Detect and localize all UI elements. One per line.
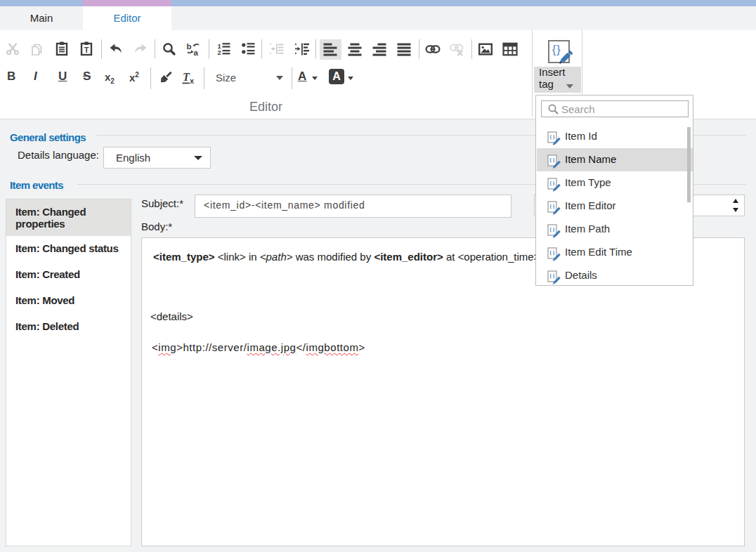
svg-text:b: b xyxy=(187,42,192,51)
svg-text:a: a xyxy=(194,48,199,57)
svg-text:2: 2 xyxy=(218,48,221,56)
svg-text:T: T xyxy=(84,46,89,54)
svg-text:x: x xyxy=(190,77,195,85)
